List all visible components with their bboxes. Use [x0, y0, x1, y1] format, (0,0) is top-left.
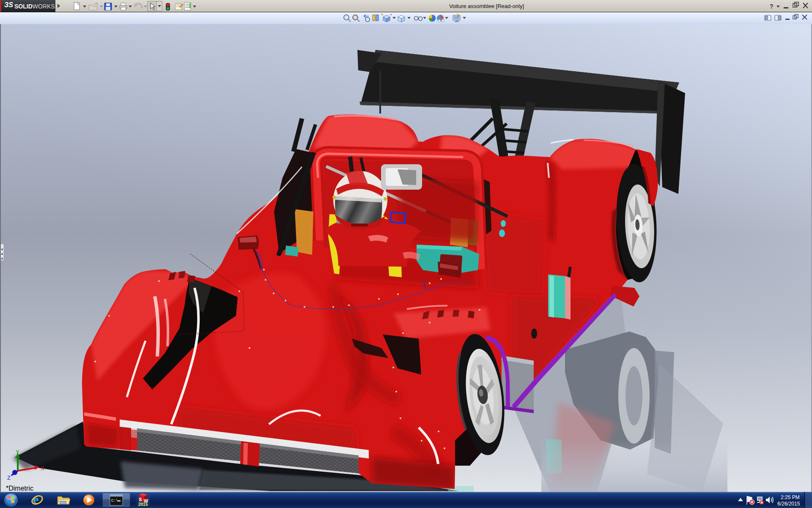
svg-text:S: S [139, 497, 142, 502]
svg-text:Y: Y [16, 449, 19, 455]
svg-text:6/26/2015: 6/26/2015 [777, 501, 800, 507]
svg-text:C:\: C:\ [111, 499, 118, 503]
svg-text:?: ? [770, 3, 774, 10]
svg-text:2:25 PM: 2:25 PM [781, 494, 800, 500]
svg-text:2015: 2015 [138, 502, 148, 507]
svg-text:X: X [41, 465, 44, 472]
svg-text:Z: Z [7, 475, 11, 481]
svg-text:*Dimetric: *Dimetric [6, 485, 33, 492]
